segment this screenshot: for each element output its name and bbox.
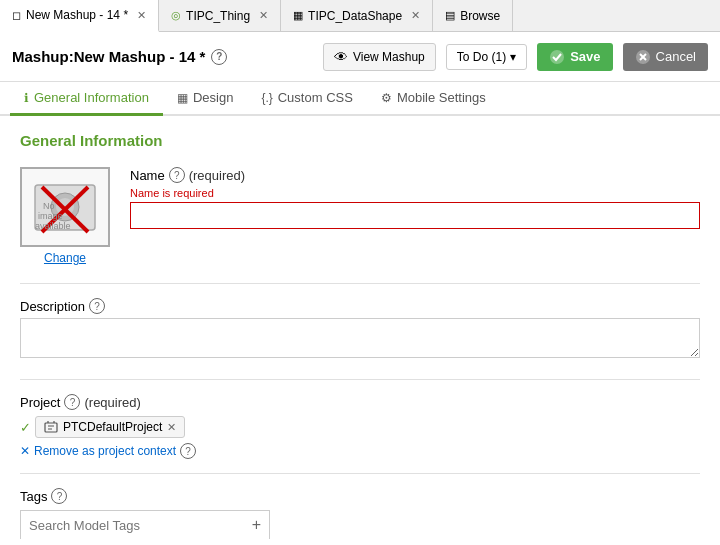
- divider-2: [20, 379, 700, 380]
- name-required-text: (required): [189, 168, 245, 183]
- title-help-icon[interactable]: ?: [211, 49, 227, 65]
- tab-new-mashup-close[interactable]: ✕: [137, 9, 146, 22]
- name-label-text: Name: [130, 168, 165, 183]
- tab-bar: ◻ New Mashup - 14 * ✕ ◎ TIPC_Thing ✕ ▦ T…: [0, 0, 720, 32]
- svg-point-0: [550, 50, 564, 64]
- tab-mobile-settings[interactable]: ⚙ Mobile Settings: [367, 82, 500, 116]
- header: Mashup:New Mashup - 14 * ? 👁 View Mashup…: [0, 32, 720, 82]
- project-required-text: (required): [84, 395, 140, 410]
- image-column: No image available Change: [20, 167, 110, 265]
- general-info-section-title: General Information: [20, 132, 700, 149]
- project-tag-row: ✓ PTCDefaultProject ✕: [20, 416, 700, 438]
- tab-tipc-thing-close[interactable]: ✕: [259, 9, 268, 22]
- project-entity-icon: [44, 420, 58, 434]
- description-field-label: Description ?: [20, 298, 700, 314]
- remove-project-help-icon[interactable]: ?: [180, 443, 196, 459]
- view-mashup-button[interactable]: 👁 View Mashup: [323, 43, 436, 71]
- mobile-settings-nav-icon: ⚙: [381, 91, 392, 105]
- remove-project-link[interactable]: Remove as project context: [34, 444, 176, 458]
- tags-plus-icon[interactable]: +: [252, 516, 261, 534]
- tab-design[interactable]: ▦ Design: [163, 82, 247, 116]
- custom-css-nav-icon: {.}: [261, 91, 272, 105]
- tab-tipc-thing[interactable]: ◎ TIPC_Thing ✕: [159, 0, 281, 31]
- design-nav-icon: ▦: [177, 91, 188, 105]
- project-section: Project ? (required) ✓ PTCDefaultProject…: [20, 394, 700, 459]
- tab-tipc-datashape-close[interactable]: ✕: [411, 9, 420, 22]
- tab-tipc-thing-label: TIPC_Thing: [186, 9, 250, 23]
- name-input[interactable]: [130, 202, 700, 229]
- nav-tabs: ℹ General Information ▦ Design {.} Custo…: [0, 82, 720, 116]
- description-textarea[interactable]: [20, 318, 700, 358]
- general-info-nav-icon: ℹ: [24, 91, 29, 105]
- description-label-text: Description: [20, 299, 85, 314]
- tab-browse[interactable]: ▤ Browse: [433, 0, 513, 31]
- tags-section: Tags ? +: [20, 488, 700, 539]
- divider-1: [20, 283, 700, 284]
- browse-tab-icon: ▤: [445, 9, 455, 22]
- image-placeholder: No image available: [20, 167, 110, 247]
- description-section: Description ?: [20, 298, 700, 361]
- tags-search-input[interactable]: [29, 518, 252, 533]
- no-image-svg: No image available: [30, 175, 100, 240]
- project-field-label: Project ? (required): [20, 394, 700, 410]
- tab-mobile-settings-label: Mobile Settings: [397, 90, 486, 105]
- tab-custom-css-label: Custom CSS: [278, 90, 353, 105]
- divider-3: [20, 473, 700, 474]
- name-field-label: Name ? (required): [130, 167, 700, 183]
- cancel-icon: [635, 49, 651, 65]
- name-image-row: No image available Change Name ? (requir…: [20, 167, 700, 265]
- project-help-icon[interactable]: ?: [64, 394, 80, 410]
- todo-chevron-icon: ▾: [510, 50, 516, 64]
- change-image-link[interactable]: Change: [44, 251, 86, 265]
- tipc-thing-tab-icon: ◎: [171, 9, 181, 22]
- tags-label-text: Tags: [20, 489, 47, 504]
- tab-custom-css[interactable]: {.} Custom CSS: [247, 82, 367, 116]
- tab-new-mashup-label: New Mashup - 14 *: [26, 8, 128, 22]
- tab-design-label: Design: [193, 90, 233, 105]
- name-field-column: Name ? (required) Name is required: [130, 167, 700, 229]
- name-help-icon[interactable]: ?: [169, 167, 185, 183]
- project-check-icon: ✓: [20, 420, 31, 435]
- name-error-text: Name is required: [130, 187, 700, 199]
- view-mashup-eye-icon: 👁: [334, 49, 348, 65]
- remove-project-label: Remove as project context: [34, 444, 176, 458]
- tags-search-container[interactable]: +: [20, 510, 270, 539]
- svg-rect-12: [45, 423, 57, 432]
- cancel-button[interactable]: Cancel: [623, 43, 708, 71]
- tags-field-label: Tags ?: [20, 488, 700, 504]
- mashup-tab-icon: ◻: [12, 9, 21, 22]
- page-title: Mashup:New Mashup - 14 *: [12, 48, 205, 65]
- tab-browse-label: Browse: [460, 9, 500, 23]
- description-help-icon[interactable]: ?: [89, 298, 105, 314]
- save-icon: [549, 49, 565, 65]
- tab-tipc-datashape-label: TIPC_DataShape: [308, 9, 402, 23]
- remove-x-icon: ✕: [20, 444, 30, 458]
- tab-tipc-datashape[interactable]: ▦ TIPC_DataShape ✕: [281, 0, 433, 31]
- project-name-text: PTCDefaultProject: [63, 420, 162, 434]
- cancel-label: Cancel: [656, 49, 696, 64]
- project-label-text: Project: [20, 395, 60, 410]
- remove-project-row: ✕ Remove as project context ?: [20, 443, 700, 459]
- project-tag-close-icon[interactable]: ✕: [167, 421, 176, 434]
- project-tag: PTCDefaultProject ✕: [35, 416, 185, 438]
- tipc-datashape-tab-icon: ▦: [293, 9, 303, 22]
- header-title-area: Mashup:New Mashup - 14 * ?: [12, 48, 313, 65]
- todo-label: To Do (1): [457, 50, 506, 64]
- svg-text:No: No: [43, 201, 55, 211]
- tab-general-information[interactable]: ℹ General Information: [10, 82, 163, 116]
- svg-text:available: available: [35, 221, 71, 231]
- tags-help-icon[interactable]: ?: [51, 488, 67, 504]
- tab-general-information-label: General Information: [34, 90, 149, 105]
- content-area: General Information No image available: [0, 116, 720, 539]
- save-label: Save: [570, 49, 600, 64]
- view-mashup-label: View Mashup: [353, 50, 425, 64]
- tab-new-mashup[interactable]: ◻ New Mashup - 14 * ✕: [0, 0, 159, 32]
- save-button[interactable]: Save: [537, 43, 612, 71]
- todo-button[interactable]: To Do (1) ▾: [446, 44, 527, 70]
- svg-text:image: image: [38, 211, 63, 221]
